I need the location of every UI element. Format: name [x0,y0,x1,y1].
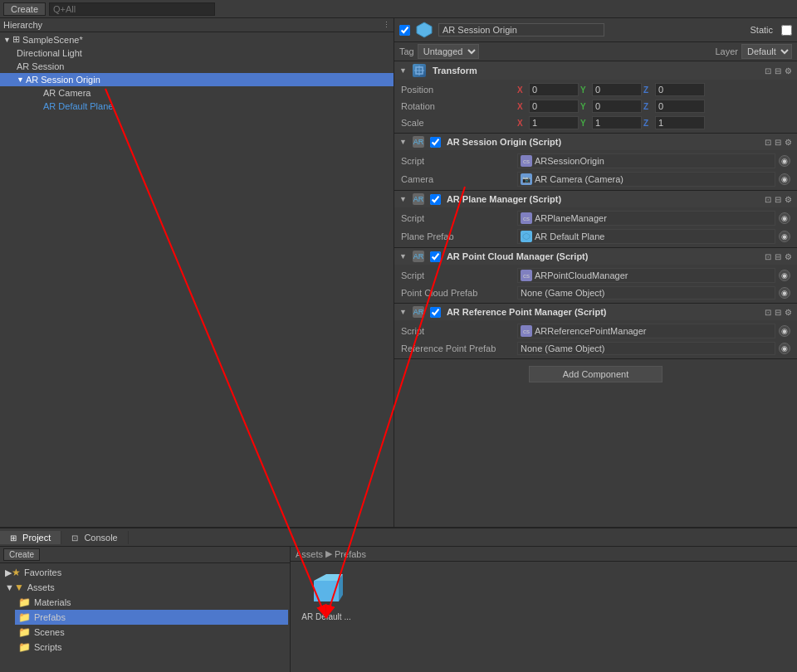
ar-reference-point-script-field: cs ARReferencePointManager [517,324,775,338]
layer-dropdown[interactable]: Default [741,44,792,59]
tab-project[interactable]: ⊞ Project [0,531,61,544]
ar-session-origin-script-checkbox[interactable] [430,137,441,148]
ar-reference-point-prefab-field: None (Game Object) [517,342,775,355]
position-x-label: X [517,85,527,95]
ar-reference-point-settings-icon[interactable]: ⚙ [785,308,792,317]
project-tree-item-prefabs[interactable]: 📁 Prefabs [15,610,288,625]
ar-reference-point-manager-checkbox[interactable] [430,307,441,318]
ar-plane-manager-checkbox[interactable] [430,194,441,205]
ar-session-origin-copy-icon[interactable]: ⊡ [765,138,771,147]
ar-reference-point-manager-header[interactable]: ▼ AR AR Reference Point Manager (Script)… [394,304,797,320]
ar-session-origin-script-header[interactable]: ▼ AR AR Session Origin (Script) ⊡ ⊟ ⚙ [394,134,797,150]
hierarchy-item-ar-camera[interactable]: AR Camera [0,86,394,100]
scale-z-input[interactable] [655,116,705,129]
scale-label: Scale [401,118,517,128]
hierarchy-header: Hierarchy ⋮ [0,18,394,32]
ar-reference-point-comp-icons: ⊡ ⊟ ⚙ [765,308,792,317]
ar-point-cloud-paste-icon[interactable]: ⊟ [775,252,781,261]
ar-point-cloud-manager-section: ▼ AR AR Point Cloud Manager (Script) ⊡ ⊟… [394,248,797,304]
ar-plane-manager-section: ▼ AR AR Plane Manager (Script) ⊡ ⊟ ⚙ Scr… [394,191,797,248]
ar-reference-point-prefab-circle-btn[interactable]: ◉ [779,343,790,354]
ar-session-origin-camera-circle-btn[interactable]: ◉ [779,173,790,185]
add-component-button[interactable]: Add Component [529,366,663,382]
breadcrumb-assets: Assets [296,549,323,559]
transform-collapse-arrow-icon: ▼ [399,66,407,75]
ar-point-cloud-copy-icon[interactable]: ⊡ [765,252,771,261]
ar-plane-manager-header[interactable]: ▼ AR AR Plane Manager (Script) ⊡ ⊟ ⚙ [394,191,797,207]
tag-dropdown[interactable]: Untagged [418,44,479,59]
ar-plane-manager-settings-icon[interactable]: ⚙ [785,195,792,204]
ar-reference-point-script-circle-btn[interactable]: ◉ [779,325,790,337]
ar-point-cloud-settings-icon[interactable]: ⚙ [785,252,792,261]
scale-x-input[interactable] [529,116,579,129]
position-y-label: Y [580,85,590,95]
project-tab-label: Project [22,533,51,543]
hierarchy-item-ar-default-plane[interactable]: AR Default Plane [0,100,394,113]
ar-reference-point-copy-icon[interactable]: ⊡ [765,308,771,317]
hierarchy-item-ar-session[interactable]: AR Session [0,60,394,73]
transform-header[interactable]: ▼ Transform ⊡ ⊟ ⚙ [394,61,797,80]
project-tree-item-scripts[interactable]: 📁 Scripts [15,640,288,655]
project-tree-item-favorites[interactable]: ▶ ★ Favorites [2,565,288,580]
ar-plane-manager-prefab-value: AR Default Plane ◉ [517,229,790,244]
ar-plane-manager-script-row: Script cs ARPlaneManager ◉ [394,209,797,227]
ar-plane-manager-script-circle-btn[interactable]: ◉ [779,212,790,224]
project-tree-item-scenes[interactable]: 📁 Scenes [15,625,288,640]
breadcrumb-arrow-icon: ▶ [325,548,332,559]
hierarchy-collapse-icon[interactable]: ⋮ [383,21,390,29]
ar-plane-manager-prefab-circle-btn[interactable]: ◉ [779,231,790,242]
ar-point-cloud-script-row: Script cs ARPointCloudManager ◉ [394,266,797,285]
project-toolbar: Create [0,547,290,563]
project-create-button[interactable]: Create [3,548,40,561]
project-assets-panel: Assets ▶ Prefabs [291,547,797,672]
hierarchy-create-button[interactable]: Create [3,2,46,16]
ar-point-cloud-prefab-circle-btn[interactable]: ◉ [779,287,790,299]
transform-section: ▼ Transform ⊡ ⊟ ⚙ [394,61,797,134]
scale-y-input[interactable] [592,116,642,129]
ar-plane-manager-script-value: cs ARPlaneManager ◉ [517,211,790,226]
ar-point-cloud-script-circle-btn[interactable]: ◉ [779,270,790,281]
position-x-input[interactable] [529,83,579,96]
hierarchy-item-directional-light[interactable]: Directional Light [0,46,394,60]
ar-session-origin-camera-label: Camera [401,174,517,184]
project-tree-item-assets[interactable]: ▼ ▼ Assets [2,580,288,595]
hierarchy-item-ar-session-origin[interactable]: ▼ AR Session Origin [0,73,394,86]
ar-session-origin-paste-icon[interactable]: ⊟ [775,138,781,147]
ar-session-origin-settings-icon[interactable]: ⚙ [785,138,792,147]
plane-manager-script-icon: AR [413,193,424,205]
rotation-y-input[interactable] [592,100,642,113]
ar-point-cloud-manager-header[interactable]: ▼ AR AR Point Cloud Manager (Script) ⊡ ⊟… [394,248,797,265]
ar-session-origin-script-circle-btn[interactable]: ◉ [779,155,790,167]
position-y-input[interactable] [592,83,642,96]
ar-point-cloud-prefab-text: None (Game Object) [521,288,604,298]
transform-copy-icon[interactable]: ⊡ [765,66,771,75]
svg-marker-6 [314,574,343,581]
ar-plane-manager-paste-icon[interactable]: ⊟ [775,195,781,204]
object-name-input[interactable] [438,23,604,37]
transform-settings-icon[interactable]: ⚙ [785,66,792,75]
asset-item-ar-default[interactable]: AR Default ... [297,568,355,621]
rotation-z-input[interactable] [655,100,705,113]
ar-reference-point-script-text: ARReferencePointManager [535,326,647,336]
ar-point-cloud-manager-checkbox[interactable] [430,251,441,262]
object-active-checkbox[interactable] [399,25,410,36]
ar-plane-manager-copy-icon[interactable]: ⊡ [765,195,771,204]
tab-console[interactable]: ⊡ Console [61,531,128,544]
ar-reference-point-script-value: cs ARReferencePointManager ◉ [517,324,790,338]
samplescene-label: SampleScene* [22,35,83,45]
ar-point-cloud-script-value: cs ARPointCloudManager ◉ [517,268,790,283]
ar-point-cloud-prefab-label: Point Cloud Prefab [401,288,517,298]
hierarchy-search-input[interactable] [49,2,215,16]
ar-session-origin-script-label: Script [401,156,517,166]
static-checkbox[interactable] [781,25,792,36]
ar-plane-manager-title: AR Plane Manager (Script) [447,194,561,204]
asset-cube-icon [306,568,347,610]
prefabs-folder-icon: 📁 [18,611,31,623]
position-z-input[interactable] [655,83,705,96]
ar-reference-point-paste-icon[interactable]: ⊟ [775,308,781,317]
project-tree-item-materials[interactable]: 📁 Materials [15,595,288,610]
prefabs-label: Prefabs [34,612,66,622]
rotation-x-input[interactable] [529,100,579,113]
hierarchy-item-samplescene[interactable]: ▼ ⊞ SampleScene* [0,32,394,46]
transform-paste-icon[interactable]: ⊟ [775,66,781,75]
